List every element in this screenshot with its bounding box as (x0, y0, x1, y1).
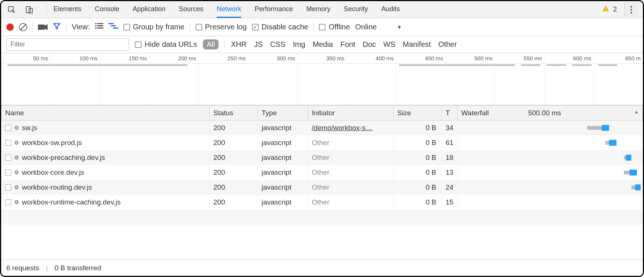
timeline-tick: 100 ms (51, 53, 100, 63)
disable-cache-checkbox[interactable]: Disable cache (252, 23, 308, 31)
file-icon (5, 155, 11, 161)
record-button[interactable] (6, 23, 14, 31)
filter-type-js[interactable]: JS (254, 40, 263, 49)
col-status[interactable]: Status (210, 106, 258, 120)
timeline-tick: 500 ms (446, 53, 495, 63)
throttle-select[interactable]: Online (355, 23, 377, 31)
gear-icon: ⚙ (14, 154, 19, 161)
request-name: workbox-routing.dev.js (22, 183, 92, 191)
request-size: 0 B (394, 150, 442, 165)
gear-icon: ⚙ (14, 139, 19, 146)
filter-type-img[interactable]: Img (293, 40, 305, 49)
col-waterfall[interactable]: Waterfall 500.00 ms (457, 106, 643, 120)
offline-checkbox[interactable]: Offline (319, 23, 350, 31)
table-row[interactable]: ⚙workbox-runtime-caching.dev.js200javasc… (1, 195, 643, 210)
warning-icon[interactable] (602, 5, 609, 14)
view-waterfall-icon[interactable] (109, 23, 118, 31)
request-initiator[interactable]: /demo/workbox-s… (308, 120, 394, 135)
separator (190, 22, 190, 32)
request-size: 0 B (394, 120, 442, 135)
screenshot-icon[interactable] (38, 23, 48, 31)
view-list-icon[interactable] (95, 23, 103, 31)
preserve-log-label: Preserve log (205, 23, 247, 31)
filter-type-doc[interactable]: Doc (363, 40, 376, 49)
request-name: workbox-runtime-caching.dev.js (22, 198, 121, 206)
tab-security[interactable]: Security (344, 1, 368, 18)
filter-type-media[interactable]: Media (313, 40, 333, 49)
table-row[interactable]: ⚙sw.js200javascript/demo/workbox-s…0 B34 (1, 120, 643, 135)
table-row[interactable]: ⚙workbox-sw.prod.js200javascriptOther0 B… (1, 135, 643, 150)
table-row[interactable]: ⚙workbox-core.dev.js200javascriptOther0 … (1, 165, 643, 180)
waterfall-cell (457, 135, 643, 150)
disable-cache-label: Disable cache (262, 23, 308, 31)
filter-type-all[interactable]: All (203, 39, 219, 49)
main-tabs: ElementsConsoleApplicationSourcesNetwork… (54, 1, 602, 18)
filter-input[interactable] (6, 38, 129, 51)
filter-type-font[interactable]: Font (340, 40, 355, 49)
chevron-down-icon[interactable]: ▼ (397, 24, 402, 30)
warning-count[interactable]: 2 (613, 6, 617, 13)
tab-elements[interactable]: Elements (54, 1, 81, 18)
request-time: 34 (442, 120, 457, 135)
clear-icon[interactable] (19, 23, 27, 31)
request-status: 200 (210, 135, 258, 150)
filter-type-manifest[interactable]: Manifest (403, 40, 431, 49)
waterfall-cell (457, 150, 643, 165)
file-icon (5, 184, 11, 190)
request-type: javascript (258, 135, 308, 150)
preserve-log-checkbox[interactable]: Preserve log (195, 23, 247, 31)
inspect-element-icon[interactable] (6, 4, 17, 15)
timeline-overview[interactable]: 50 ms100 ms150 ms200 ms250 ms300 ms350 m… (1, 53, 643, 105)
timeline-tick: 450 ms (396, 53, 446, 63)
tab-console[interactable]: Console (95, 1, 119, 18)
tab-audits[interactable]: Audits (381, 1, 400, 18)
timeline-tick: 200 ms (149, 53, 199, 63)
svg-rect-3 (605, 7, 606, 9)
separator (32, 22, 33, 32)
network-filterbar: Hide data URLs All XHRJSCSSImgMediaFontD… (1, 36, 643, 53)
file-icon (5, 140, 11, 146)
request-name: sw.js (22, 124, 37, 132)
gear-icon: ⚙ (14, 184, 19, 191)
hide-data-urls-checkbox[interactable]: Hide data URLs (135, 40, 197, 49)
tab-application[interactable]: Application (133, 1, 165, 18)
timeline-tick: 550 ms (495, 53, 544, 63)
col-type[interactable]: Type (258, 106, 308, 120)
col-time[interactable]: T (442, 106, 457, 120)
request-type: javascript (258, 165, 308, 180)
request-type: javascript (258, 180, 308, 195)
svg-rect-16 (111, 25, 116, 26)
network-table: Name Status Type Initiator Size T Waterf… (1, 105, 643, 260)
waterfall-cell (457, 120, 643, 135)
svg-rect-2 (29, 8, 32, 13)
request-time: 61 (442, 135, 457, 150)
table-row[interactable]: ⚙workbox-routing.dev.js200javascriptOthe… (1, 180, 643, 195)
tab-performance[interactable]: Performance (255, 1, 293, 18)
gear-icon: ⚙ (14, 199, 19, 206)
group-by-frame-checkbox[interactable]: Group by frame (123, 23, 185, 31)
table-row[interactable]: ⚙workbox-precaching.dev.js200javascriptO… (1, 150, 643, 165)
tab-network[interactable]: Network (217, 1, 241, 18)
svg-point-5 (630, 6, 632, 7)
col-waterfall-label: Waterfall (461, 109, 489, 117)
tab-memory[interactable]: Memory (306, 1, 330, 18)
tab-sources[interactable]: Sources (179, 1, 203, 18)
device-toggle-icon[interactable] (24, 4, 35, 15)
filter-type-xhr[interactable]: XHR (231, 40, 246, 49)
request-name: workbox-sw.prod.js (22, 139, 82, 147)
filter-type-ws[interactable]: WS (384, 40, 395, 49)
request-status: 200 (210, 180, 258, 195)
timeline-tick: 600 ms (544, 53, 593, 63)
svg-rect-15 (109, 23, 114, 24)
network-toolbar: View: Group by frame Preserve log Disabl… (1, 18, 643, 36)
filter-type-other[interactable]: Other (438, 40, 457, 49)
col-initiator[interactable]: Initiator (308, 106, 394, 120)
request-time: 18 (442, 150, 457, 165)
kebab-menu-icon[interactable] (624, 3, 638, 16)
request-status: 200 (210, 165, 258, 180)
col-size[interactable]: Size (394, 106, 442, 120)
col-name[interactable]: Name (1, 106, 210, 120)
filter-icon[interactable] (53, 22, 61, 32)
request-name: workbox-precaching.dev.js (22, 154, 105, 162)
filter-type-css[interactable]: CSS (270, 40, 285, 49)
